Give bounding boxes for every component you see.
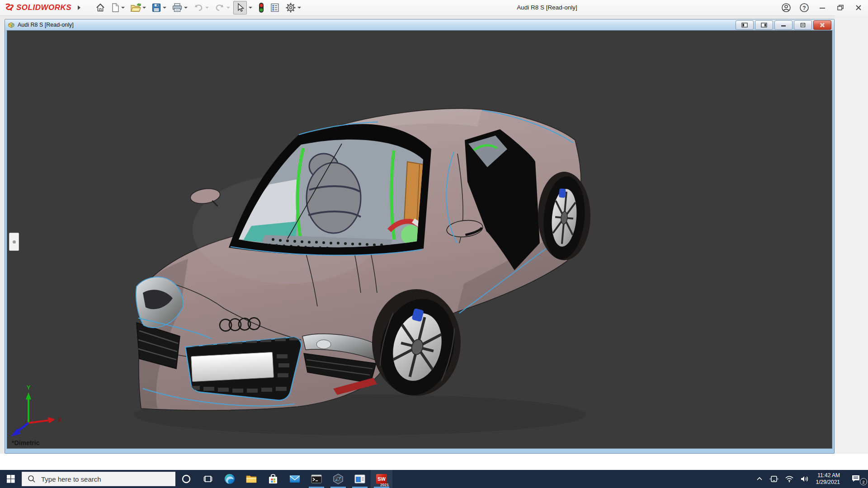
doc-minimize-icon [780, 23, 787, 28]
display-icon [769, 475, 778, 483]
minimize-icon [818, 4, 826, 12]
doc-restore-icon [800, 23, 806, 28]
tray-clock[interactable]: 11:42 AM 1/29/2021 [812, 472, 844, 486]
sw-letters: SW [377, 476, 386, 482]
status-bar [0, 454, 868, 470]
select-dropdown[interactable] [249, 7, 252, 9]
undo-dropdown[interactable] [205, 7, 209, 9]
options-dropdown[interactable] [297, 7, 301, 9]
tray-wifi-button[interactable] [782, 470, 797, 488]
document-title: Audi R8 S [Read-only] [18, 22, 74, 28]
new-document-dropdown[interactable] [121, 7, 125, 9]
user-account-icon [781, 3, 791, 13]
doc-close-icon [819, 23, 826, 28]
pane-right-icon [761, 23, 767, 28]
print-button[interactable] [170, 1, 190, 14]
task-view-button[interactable] [197, 470, 219, 488]
print-icon [172, 3, 183, 13]
doc-pane-right-button[interactable] [755, 20, 773, 30]
tray-time: 11:42 AM [816, 472, 840, 479]
help-icon: ? [799, 3, 809, 13]
tray-date: 1/29/2021 [816, 479, 840, 486]
select-button[interactable] [233, 1, 247, 14]
hexagon-app-icon [332, 473, 344, 485]
taskbar-app-command-prompt[interactable] [306, 470, 327, 488]
solidworks-logo: SOLIDWORKS [5, 3, 71, 12]
save-button[interactable] [149, 1, 169, 14]
part-document-icon [7, 21, 15, 29]
wifi-icon [785, 475, 794, 483]
toolbar-flyout-arrow[interactable] [78, 5, 80, 10]
file-properties-button[interactable] [268, 1, 282, 14]
minimize-button[interactable] [816, 2, 828, 14]
svg-text:Y: Y [27, 384, 31, 391]
close-icon [854, 4, 863, 12]
graphics-viewport[interactable]: Y X *Dimetric [7, 30, 832, 449]
help-button[interactable]: ? [798, 2, 810, 14]
home-icon [95, 3, 105, 13]
home-button[interactable] [93, 1, 108, 14]
pane-left-icon [741, 23, 748, 28]
taskbar-search[interactable] [22, 472, 175, 486]
taskbar-app-edge[interactable] [219, 470, 241, 488]
system-tray: 11:42 AM 1/29/2021 2 [753, 470, 868, 488]
undo-button[interactable] [191, 1, 211, 14]
open-folder-icon [130, 3, 141, 13]
microsoft-store-icon [268, 473, 278, 485]
open-button[interactable] [128, 1, 148, 14]
tray-volume-button[interactable] [797, 470, 812, 488]
chevron-up-icon [756, 475, 763, 483]
restore-button[interactable] [835, 2, 846, 14]
start-button[interactable] [0, 470, 22, 488]
tray-chevron-button[interactable] [753, 470, 766, 488]
mail-icon [289, 474, 301, 484]
doc-minimize-button[interactable] [774, 20, 793, 30]
search-icon [28, 475, 36, 483]
edge-icon [224, 473, 236, 485]
solidworks-logo-icon [5, 3, 14, 12]
doc-pane-left-button[interactable] [736, 20, 754, 30]
splitter-dot [13, 240, 16, 244]
doc-restore-button[interactable] [794, 20, 812, 30]
new-document-button[interactable] [108, 1, 127, 14]
save-icon [151, 3, 161, 13]
account-button[interactable] [780, 2, 792, 14]
rebuild-button[interactable] [256, 1, 267, 14]
rebuild-traffic-light-icon [258, 2, 264, 13]
document-window: Audi R8 S [Read-only] [5, 19, 835, 454]
tray-display-button[interactable] [766, 470, 782, 488]
open-dropdown[interactable] [142, 7, 146, 9]
taskbar-app-solidworks[interactable]: SW 2021 [371, 470, 392, 488]
taskbar-app-store[interactable] [262, 470, 284, 488]
cortana-icon [181, 474, 191, 484]
file-properties-icon [270, 3, 280, 13]
redo-dropdown[interactable] [226, 7, 230, 9]
action-center-button[interactable]: 2 [844, 470, 868, 488]
gear-icon [285, 2, 296, 13]
doc-close-button[interactable] [813, 20, 831, 30]
car-model-3d[interactable]: Y X [7, 31, 832, 448]
taskbar-app-file-explorer[interactable] [241, 470, 262, 488]
search-input[interactable] [40, 475, 169, 483]
taskbar-app-mail[interactable] [284, 470, 306, 488]
speaker-icon [800, 475, 809, 483]
close-button[interactable] [853, 2, 864, 14]
windows-taskbar: SW 2021 [0, 470, 868, 488]
redo-button[interactable] [212, 1, 232, 14]
taskbar-app-hexagon[interactable] [327, 470, 349, 488]
view-orientation-label: *Dimetric [12, 439, 39, 446]
print-dropdown[interactable] [184, 7, 188, 9]
cortana-button[interactable] [175, 470, 197, 488]
task-pane-collapsed-area[interactable] [835, 15, 868, 454]
taskbar-app-blue-window[interactable] [349, 470, 371, 488]
document-titlebar[interactable]: Audi R8 S [Read-only] [5, 19, 834, 30]
command-prompt-icon [311, 474, 322, 484]
save-dropdown[interactable] [163, 7, 166, 9]
windows-logo-icon [7, 475, 15, 483]
featuremanager-collapsed-tab[interactable] [9, 233, 19, 251]
blue-window-app-icon [354, 474, 366, 484]
notification-icon [851, 474, 861, 483]
task-view-icon [203, 474, 213, 484]
options-button[interactable] [283, 1, 303, 14]
new-document-icon [111, 3, 120, 13]
